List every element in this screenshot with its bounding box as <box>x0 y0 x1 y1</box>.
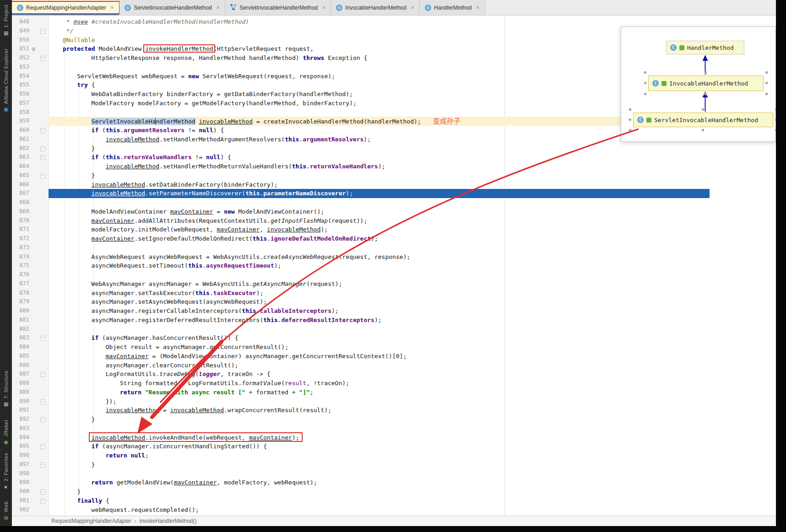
tool-button-label: Alibaba Cloud Explorer <box>3 48 9 104</box>
line-number: 879 <box>14 297 29 306</box>
selection-handle[interactable] <box>644 82 646 84</box>
line-number: 881 <box>14 316 29 325</box>
code-line-901: finally { <box>77 496 109 505</box>
fold-marker[interactable] <box>40 489 45 494</box>
visibility-icon <box>679 45 684 50</box>
tab-label: ServletInvocableHandlerMethod <box>239 5 318 11</box>
fold-marker[interactable] <box>40 417 45 422</box>
tool-button-1-project[interactable]: ▦1: Project <box>0 5 12 36</box>
selection-handle[interactable] <box>629 108 631 111</box>
selection-handle[interactable] <box>702 108 704 111</box>
line-number: 866 <box>14 180 29 189</box>
line-number: 891 <box>14 406 29 415</box>
fold-marker[interactable] <box>40 155 45 160</box>
code-line-897: } <box>92 460 95 469</box>
fold-marker[interactable] <box>40 372 45 377</box>
invoke-and-handle-red-box: invocableMethod.invokeAndHandle(webReque… <box>92 434 299 441</box>
line-number: 899 <box>14 478 29 487</box>
class-icon: C <box>637 117 644 123</box>
fold-marker[interactable] <box>40 29 45 34</box>
selection-handle[interactable] <box>629 129 631 131</box>
fold-marker[interactable] <box>40 399 45 404</box>
line-number: 859 <box>14 117 29 126</box>
code-line-872: mavContainer.setIgnoreDefaultModelOnRedi… <box>92 234 378 243</box>
line-number: 886 <box>14 361 29 370</box>
selection-handle[interactable] <box>705 71 707 74</box>
code-line-869: ModelAndViewContainer mavContainer = new… <box>92 207 325 216</box>
tool-button-alibaba-cloud-explorer[interactable]: ▣Alibaba Cloud Explorer <box>0 48 12 112</box>
tool-button-web[interactable]: ◍Web <box>0 501 12 521</box>
line-number: 884 <box>14 343 29 352</box>
code-line-851: protected ModelAndView invokeHandlerMeth… <box>63 44 314 54</box>
close-tab-icon[interactable]: ✕ <box>216 5 220 10</box>
selection-handle[interactable] <box>765 93 768 95</box>
tool-button-jrebel[interactable]: ◉JRebel <box>0 420 12 445</box>
selection-handle[interactable] <box>644 71 646 74</box>
breadcrumb-method[interactable]: invokeHandlerMethod() <box>140 518 197 524</box>
code-line-875: asyncWebRequest.setTimeout(this.asyncReq… <box>92 261 282 270</box>
fold-marker[interactable] <box>40 462 45 468</box>
line-number: 900 <box>14 487 29 496</box>
code-line-874: AsyncWebRequest asyncWebRequest = WebAsy… <box>92 253 411 262</box>
close-tab-icon[interactable]: ✕ <box>476 5 479 10</box>
code-line-849: */ <box>63 27 73 36</box>
fold-marker[interactable] <box>40 56 45 61</box>
line-number: 894 <box>14 433 29 442</box>
line-number: 852 <box>14 54 29 63</box>
line-number: 870 <box>14 216 29 226</box>
tool-button-label: Web <box>3 501 9 512</box>
tool-button-icon: ★ <box>3 484 9 489</box>
tab-servletinvocablehandlermethod[interactable]: CServletInvocableHandlerMethod✕ <box>119 0 225 15</box>
selection-handle[interactable] <box>765 82 768 84</box>
close-tab-icon[interactable]: ✕ <box>322 5 325 10</box>
code-line-856: WebDataBinderFactory binderFactory = get… <box>92 90 353 99</box>
uml-diagram-popup[interactable]: CHandlerMethodCInvocableHandlerMethodCSe… <box>621 27 776 142</box>
selection-handle[interactable] <box>765 71 768 74</box>
fold-marker[interactable] <box>40 173 45 178</box>
class-node-handlermethod[interactable]: CHandlerMethod <box>666 41 744 54</box>
selection-handle[interactable] <box>629 118 631 121</box>
tab-label: RequestMappingHandlerAdapter <box>26 5 106 11</box>
line-number: 867 <box>14 189 29 198</box>
fold-marker[interactable] <box>40 146 45 151</box>
selection-handle[interactable] <box>705 93 707 95</box>
visibility-icon <box>646 118 651 123</box>
fold-marker[interactable] <box>40 128 45 133</box>
tool-button-2-favorites[interactable]: ★2: Favorites <box>0 453 12 489</box>
line-number: 865 <box>14 171 29 180</box>
line-number: 869 <box>14 207 29 216</box>
breadcrumb-separator-icon: › <box>135 518 136 524</box>
tab-servletinvocablehandlermethod-diagram[interactable]: ServletInvocableHandlerMethod✕ <box>225 0 331 15</box>
class-node-servletinvocablehandlermethod[interactable]: CServletInvocableHandlerMethod <box>633 113 773 127</box>
tab-handlermethod[interactable]: CHandlerMethod✕ <box>420 0 485 15</box>
code-line-867: invocableMethod.setParameterNameDiscover… <box>92 189 353 198</box>
close-tab-icon[interactable]: ✕ <box>110 5 114 10</box>
breadcrumb: RequestMappingHandlerAdapter › invokeHan… <box>12 516 776 526</box>
tab-invocablehandlermethod[interactable]: CInvocableHandlerMethod✕ <box>331 0 420 15</box>
line-number: 861 <box>14 135 29 144</box>
class-name: HandlerMethod <box>687 44 734 51</box>
fold-marker[interactable] <box>40 444 45 449</box>
line-number: 890 <box>14 397 29 406</box>
line-number: 873 <box>14 243 29 253</box>
hard-wrap-guide <box>504 15 505 516</box>
visibility-icon <box>661 81 667 86</box>
tab-label: ServletInvocableHandlerMethod <box>134 5 212 11</box>
line-number: 880 <box>14 306 29 316</box>
class-node-invocablehandlermethod[interactable]: CInvocableHandlerMethod <box>648 75 764 91</box>
close-tab-icon[interactable]: ✕ <box>411 5 414 10</box>
line-number: 872 <box>14 234 29 243</box>
selection-handle[interactable] <box>702 129 704 131</box>
code-line-871: modelFactory.initModel(webRequest, mavCo… <box>92 225 328 234</box>
fold-marker[interactable] <box>40 336 45 341</box>
tab-requestmappinghandleradapter[interactable]: CRequestMappingHandlerAdapter✕ <box>12 0 119 15</box>
fold-marker[interactable] <box>40 499 45 504</box>
tool-button-7-structure[interactable]: ▦7: Structure <box>0 371 12 407</box>
breadcrumb-class[interactable]: RequestMappingHandlerAdapter <box>51 518 131 524</box>
selection-handle[interactable] <box>644 93 646 95</box>
line-number: 898 <box>14 469 29 478</box>
code-line-900: } <box>77 487 81 496</box>
code-line-863: if (this.returnValueHandlers != null) { <box>92 153 231 162</box>
line-number: 875 <box>14 261 29 270</box>
uml-diagram-icon <box>230 4 237 11</box>
